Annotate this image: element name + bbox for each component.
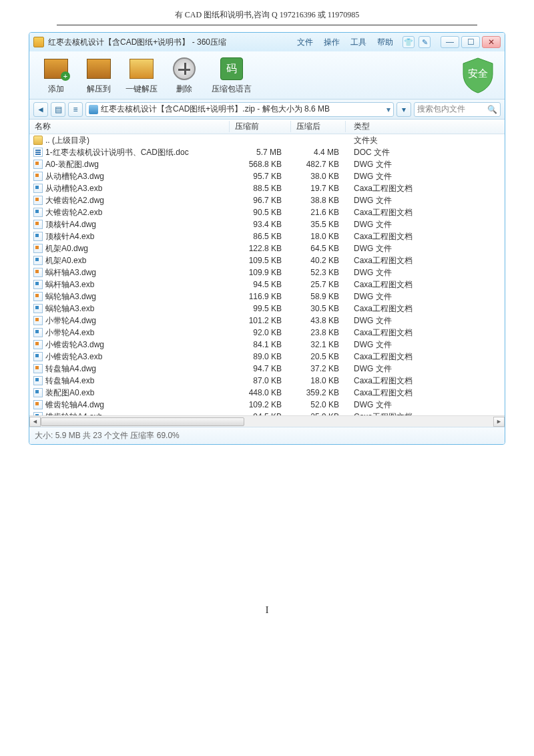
oneclick-extract-button[interactable]: 一键解压 [120,55,163,95]
menu-help[interactable]: 帮助 [377,37,393,48]
path-field[interactable]: 红枣去核机设计【含CAD图纸+说明书】.zip - 解包大小为 8.6 MB ▾ [85,102,394,117]
file-size-before: 95.7 KB [230,172,291,181]
nav-back-button[interactable]: ◄ [33,102,48,117]
table-row[interactable]: 1-红枣去核机设计说明书、CAD图纸.doc5.7 MB4.4 MBDOC 文件 [29,146,505,158]
file-size-after: 25.7 KB [291,280,346,289]
file-name: 锥齿轮轴A4.dwg [45,399,104,411]
nav-up-button[interactable]: ≡ [68,102,83,117]
file-name: 从动槽轮A3.dwg [45,171,104,182]
file-size-after: 32.1 KB [291,340,346,349]
extract-label: 解压到 [87,83,111,95]
file-name: 蜗杆轴A3.dwg [45,267,96,278]
file-type: Caxa工程图文档 [346,279,505,291]
maximize-button[interactable]: ☐ [461,36,480,48]
table-row[interactable]: 机架A0.exb109.5 KB40.2 KBCaxa工程图文档 [29,254,505,266]
menu-tools[interactable]: 工具 [350,37,366,48]
close-button[interactable]: ✕ [482,36,501,48]
file-type: DWG 文件 [346,243,505,254]
file-list[interactable]: .. (上级目录)文件夹1-红枣去核机设计说明书、CAD图纸.doc5.7 MB… [29,134,505,427]
table-row[interactable]: 装配图A0.exb448.0 KB359.2 KBCaxa工程图文档 [29,387,505,399]
file-name: 机架A0.dwg [45,243,88,254]
table-row[interactable]: 转盘轴A4.dwg94.7 KB37.2 KBDWG 文件 [29,363,505,375]
nav-forward-button[interactable]: ▤ [51,102,65,117]
pathbar: ◄ ▤ ≡ 红枣去核机设计【含CAD图纸+说明书】.zip - 解包大小为 8.… [29,100,505,120]
file-size-after: 52.0 KB [291,400,346,409]
skin-icon[interactable]: 👕 [403,36,415,48]
horizontal-scrollbar[interactable]: ◄ ► [29,415,505,427]
table-row[interactable]: 蜗轮轴A3.exb99.5 KB30.5 KBCaxa工程图文档 [29,303,505,315]
path-dropdown-icon[interactable]: ▾ [386,105,390,114]
app-icon [33,37,44,47]
file-icon [33,136,43,145]
file-size-before: 84.1 KB [230,340,291,349]
file-size-after: 37.2 KB [291,364,346,373]
search-icon: 🔍 [487,105,497,114]
table-row[interactable]: 从动槽轮A3.dwg95.7 KB38.0 KBDWG 文件 [29,170,505,182]
language-label: 压缩包语言 [212,83,252,95]
file-size-after: 40.2 KB [291,256,346,265]
scroll-left-icon[interactable]: ◄ [29,417,41,427]
file-type: DWG 文件 [346,339,505,351]
file-icon [33,232,43,241]
file-name: 顶核针A4.exb [45,231,94,242]
col-after[interactable]: 压缩后 [291,121,346,132]
file-icon [33,388,43,397]
table-row[interactable]: A0-装配图.dwg568.8 KB482.7 KBDWG 文件 [29,158,505,170]
table-row[interactable]: 顶核针A4.dwg93.4 KB35.5 KBDWG 文件 [29,218,505,230]
table-row[interactable]: 大锥齿轮A2.exb90.5 KB21.6 KBCaxa工程图文档 [29,206,505,218]
search-placeholder: 搜索包内文件 [417,104,465,115]
table-row[interactable]: 锥齿轮轴A4.dwg109.2 KB52.0 KBDWG 文件 [29,399,505,411]
table-row[interactable]: 蜗轮轴A3.dwg116.9 KB58.9 KBDWG 文件 [29,291,505,303]
add-button[interactable]: 添加 [35,55,77,95]
table-row[interactable]: 小锥齿轮A3.dwg84.1 KB32.1 KBDWG 文件 [29,339,505,351]
table-row[interactable]: 转盘轴A4.exb87.0 KB18.0 KBCaxa工程图文档 [29,375,505,387]
table-row[interactable]: 小锥齿轮A3.exb89.0 KB20.5 KBCaxa工程图文档 [29,351,505,363]
minimize-button[interactable]: — [441,36,459,48]
app-window: 红枣去核机设计【含CAD图纸+说明书】 - 360压缩 文件 操作 工具 帮助 … [29,32,505,445]
table-row[interactable]: 机架A0.dwg122.8 KB64.5 KBDWG 文件 [29,242,505,254]
table-row[interactable]: 顶核针A4.exb86.5 KB18.0 KBCaxa工程图文档 [29,230,505,242]
titlebar[interactable]: 红枣去核机设计【含CAD图纸+说明书】 - 360压缩 文件 操作 工具 帮助 … [29,33,505,51]
archive-icon [89,105,98,114]
file-type: DWG 文件 [346,219,505,230]
scroll-track[interactable] [41,417,493,427]
file-icon [33,364,43,373]
file-type: DWG 文件 [346,171,505,182]
file-type: Caxa工程图文档 [346,303,505,315]
scroll-thumb[interactable] [41,417,244,426]
file-size-after: 23.8 KB [291,328,346,337]
file-icon [33,340,43,349]
col-before[interactable]: 压缩前 [230,121,291,132]
file-icon [33,268,43,277]
menu-file[interactable]: 文件 [297,37,313,48]
column-headers[interactable]: 名称 压缩前 压缩后 类型 [29,120,505,134]
file-name: 装配图A0.exb [45,387,94,399]
path-go-button[interactable]: ▾ [396,102,411,117]
table-row[interactable]: 蜗杆轴A3.dwg109.9 KB52.3 KBDWG 文件 [29,266,505,278]
table-row[interactable]: 小带轮A4.dwg101.2 KB43.8 KBDWG 文件 [29,315,505,327]
table-row[interactable]: 蜗杆轴A3.exb94.5 KB25.7 KBCaxa工程图文档 [29,278,505,291]
feedback-icon[interactable]: ✎ [419,36,431,48]
file-size-before: 94.5 KB [230,280,291,289]
security-shield-icon[interactable]: 安全 [461,57,495,94]
menu-operate[interactable]: 操作 [324,37,340,48]
search-input[interactable]: 搜索包内文件 🔍 [414,102,501,117]
table-row[interactable]: 大锥齿轮A2.dwg96.7 KB38.8 KBDWG 文件 [29,194,505,206]
file-icon [33,352,43,361]
file-icon [33,184,43,193]
table-row[interactable]: .. (上级目录)文件夹 [29,134,505,146]
file-type: Caxa工程图文档 [346,375,505,387]
language-button[interactable]: 码 压缩包语言 [206,55,258,95]
col-type[interactable]: 类型 [346,121,505,132]
extract-button[interactable]: 解压到 [77,55,120,95]
file-type: DWG 文件 [346,399,505,411]
file-size-before: 90.5 KB [230,208,291,217]
file-icon [33,196,43,205]
table-row[interactable]: 小带轮A4.exb92.0 KB23.8 KBCaxa工程图文档 [29,327,505,339]
file-name: 蜗轮轴A3.dwg [45,291,96,303]
delete-button[interactable]: 删除 [163,55,206,95]
table-row[interactable]: 从动槽轮A3.exb88.5 KB19.7 KBCaxa工程图文档 [29,182,505,194]
col-name[interactable]: 名称 [29,121,230,132]
language-icon: 码 [220,57,243,80]
scroll-right-icon[interactable]: ► [493,417,505,427]
